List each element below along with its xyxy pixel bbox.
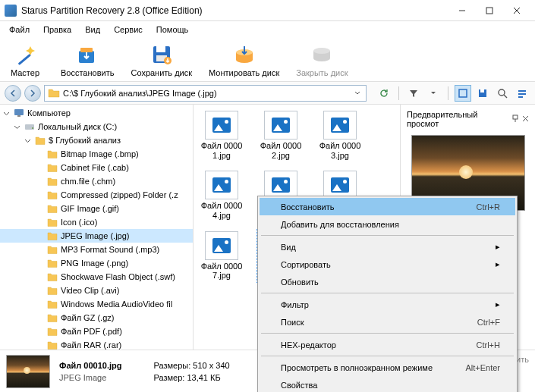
separator [398, 86, 399, 100]
image-icon [272, 118, 290, 133]
image-icon [212, 238, 231, 253]
maximize-button[interactable] [476, 2, 503, 20]
svg-rect-24 [518, 93, 526, 95]
recover-button[interactable]: Восстановить [61, 42, 114, 77]
folder-icon [46, 162, 58, 173]
preview-title: Предварительный просмот [407, 110, 508, 128]
address-bar[interactable] [44, 85, 367, 102]
folder-icon [46, 190, 58, 200]
dims-label: Размеры: [153, 361, 190, 370]
tree-item[interactable]: Файл PDF (.pdf) [0, 325, 193, 338]
folder-icon [46, 217, 58, 227]
ctx-properties[interactable]: Свойства [260, 376, 515, 392]
tree-item-label: Файл PDF (.pdf) [61, 327, 122, 336]
folder-icon [46, 312, 58, 323]
filter-button[interactable] [405, 85, 422, 102]
status-filename: Файл 00010.jpg [59, 361, 121, 370]
collapse-icon[interactable] [12, 122, 21, 131]
close-button[interactable] [503, 2, 530, 20]
tree-item[interactable]: GIF Image (.gif) [0, 202, 193, 215]
tree-item-label: MP3 Format Sound (.mp3) [61, 245, 159, 254]
tree-item[interactable]: chm.file (.chm) [0, 174, 193, 188]
file-item[interactable]: Файл 00001.jpg [198, 109, 245, 162]
options-button[interactable] [514, 85, 530, 102]
ctx-sort[interactable]: Сортировать▸ [260, 256, 515, 273]
save-disk-button[interactable]: Сохранить диск [131, 42, 192, 77]
tree-item[interactable]: Windows Media AudioVideo fil [0, 297, 193, 311]
pin-icon[interactable] [511, 114, 519, 124]
wizard-button[interactable]: Мастер [6, 42, 44, 77]
shortcut-label: Ctrl+F [477, 318, 500, 327]
tree-item[interactable]: Icon (.ico) [0, 215, 193, 229]
mount-disk-button[interactable]: Монтировать диск [209, 42, 279, 77]
separator [261, 333, 514, 334]
menu-help[interactable]: Помощь [150, 24, 195, 36]
ctx-search[interactable]: ПоискCtrl+F [260, 313, 515, 331]
tree-item[interactable]: Bitmap Image (.bmp) [0, 147, 193, 161]
file-name: Файл 00001.jpg [200, 141, 244, 160]
view-large-icons-button[interactable] [455, 85, 471, 102]
tree-item[interactable]: Файл RAR (.rar) [0, 338, 193, 350]
tree-item[interactable]: Compressed (zipped) Folder (.z [0, 188, 193, 202]
tree-item-label: Video Clip (.avi) [61, 286, 119, 295]
file-item[interactable]: Файл 00004.jpg [198, 169, 245, 221]
tree-item[interactable]: Shockwave Flash Object (.swf) [0, 270, 193, 284]
menu-service[interactable]: Сервис [108, 24, 149, 36]
menu-file[interactable]: Файл [3, 24, 36, 36]
tree-item[interactable]: Cabinet File (.cab) [0, 161, 193, 174]
toolbar: Мастер Восстановить Сохранить диск Монти… [0, 38, 535, 82]
wizard-label: Мастер [11, 68, 39, 77]
file-item[interactable]: Файл 00002.jpg [257, 109, 304, 162]
file-thumbnail [264, 111, 297, 140]
nav-forward-button[interactable] [24, 85, 41, 102]
tree-deep-scan[interactable]: $ Глубокий анализ [0, 133, 193, 147]
svg-rect-18 [459, 89, 467, 97]
menu-edit[interactable]: Правка [37, 24, 77, 36]
folder-icon [46, 258, 58, 268]
tree-local-disk[interactable]: Локальный диск (C:) [0, 120, 193, 133]
collapse-icon[interactable] [23, 136, 32, 145]
titlebar: Starus Partition Recovery 2.8 (Office Ed… [0, 0, 535, 21]
svg-rect-25 [518, 96, 523, 98]
tree-computer[interactable]: Компьютер [0, 106, 193, 120]
ctx-filter[interactable]: Фильтр▸ [260, 296, 515, 313]
menu-view[interactable]: Вид [79, 24, 106, 36]
tree-item[interactable]: PNG Image (.png) [0, 256, 193, 270]
file-item[interactable]: Файл 00003.jpg [316, 109, 363, 162]
folder-icon [34, 135, 46, 146]
refresh-button[interactable] [376, 85, 392, 102]
file-item[interactable]: Файл 00007.jpg [198, 230, 245, 282]
ctx-recover[interactable]: Восстановить Ctrl+R [260, 198, 515, 215]
close-icon[interactable] [522, 114, 529, 124]
window-title: Starus Partition Recovery 2.8 (Office Ed… [21, 5, 448, 16]
status-info: Файл 00010.jpg JPEG Image [59, 361, 121, 382]
image-icon [212, 177, 231, 193]
filter-dropdown[interactable] [425, 85, 442, 102]
disk-icon [24, 121, 36, 132]
tree-item[interactable]: Video Clip (.avi) [0, 284, 193, 297]
svg-rect-4 [18, 53, 31, 64]
tree-item[interactable]: JPEG Image (.jpg) [0, 229, 193, 243]
chevron-right-icon: ▸ [496, 259, 500, 269]
status-filetype: JPEG Image [59, 373, 121, 382]
save-view-button[interactable] [474, 85, 491, 102]
ctx-fullscreen[interactable]: Просмотреть в полноэкранном режимеAlt+En… [260, 359, 515, 376]
file-name: Файл 00007.jpg [200, 262, 244, 281]
ctx-hex[interactable]: HEX-редакторCtrl+H [260, 336, 515, 353]
tree-item[interactable]: MP3 Format Sound (.mp3) [0, 243, 193, 256]
navbar [0, 82, 535, 105]
folder-tree[interactable]: Компьютер Локальный диск (C:) $ Глубокий… [0, 105, 194, 350]
svg-rect-30 [513, 115, 518, 119]
nav-back-button[interactable] [5, 85, 21, 102]
ctx-refresh[interactable]: Обновить [260, 273, 515, 290]
ctx-view[interactable]: Вид▸ [260, 238, 515, 256]
chevron-down-icon[interactable] [352, 91, 363, 96]
collapse-icon[interactable] [2, 108, 11, 118]
close-disk-icon [310, 42, 334, 67]
minimize-button[interactable] [448, 2, 476, 20]
address-input[interactable] [60, 89, 352, 98]
tree-item[interactable]: Файл GZ (.gz) [0, 311, 193, 325]
ctx-add-recovery[interactable]: Добавить для восстановления [260, 215, 515, 233]
search-button[interactable] [494, 85, 511, 102]
image-icon [272, 177, 290, 193]
